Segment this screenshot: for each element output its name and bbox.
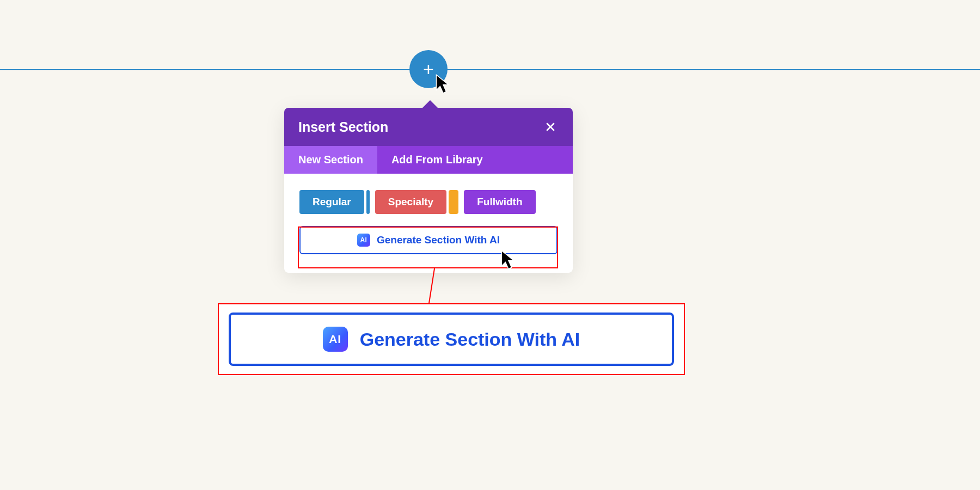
- specialty-group: Specialty: [375, 190, 458, 214]
- popover-body: Regular Specialty Fullwidth AI Generate …: [284, 174, 573, 273]
- section-divider-line: [0, 69, 980, 70]
- specialty-accent: [449, 190, 458, 214]
- annotation-highlight-outer: AI Generate Section With AI: [218, 303, 685, 375]
- generate-section-ai-button-zoom[interactable]: AI Generate Section With AI: [229, 313, 674, 366]
- popover-title: Insert Section: [298, 119, 388, 135]
- generate-section-ai-label: Generate Section With AI: [377, 234, 500, 246]
- add-section-button[interactable]: +: [409, 50, 448, 88]
- ai-badge-icon: AI: [357, 234, 370, 247]
- close-icon: [545, 121, 556, 132]
- plus-icon: +: [423, 60, 434, 78]
- regular-group: Regular: [299, 190, 370, 214]
- close-button[interactable]: [542, 119, 559, 135]
- generate-section-ai-button[interactable]: AI Generate Section With AI: [299, 226, 558, 254]
- section-type-fullwidth[interactable]: Fullwidth: [464, 190, 535, 214]
- svg-line-0: [429, 268, 434, 303]
- generate-section-ai-label: Generate Section With AI: [360, 329, 580, 350]
- tab-new-section[interactable]: New Section: [284, 146, 377, 174]
- insert-section-popover: Insert Section New Section Add From Libr…: [284, 108, 573, 273]
- tab-add-from-library[interactable]: Add From Library: [377, 146, 497, 174]
- ai-badge-icon: AI: [323, 327, 348, 352]
- section-type-regular[interactable]: Regular: [299, 190, 364, 214]
- popover-header: Insert Section: [284, 108, 573, 146]
- popover-tabs: New Section Add From Library: [284, 146, 573, 174]
- section-type-specialty[interactable]: Specialty: [375, 190, 446, 214]
- section-type-row: Regular Specialty Fullwidth: [299, 190, 558, 214]
- regular-accent: [366, 190, 370, 214]
